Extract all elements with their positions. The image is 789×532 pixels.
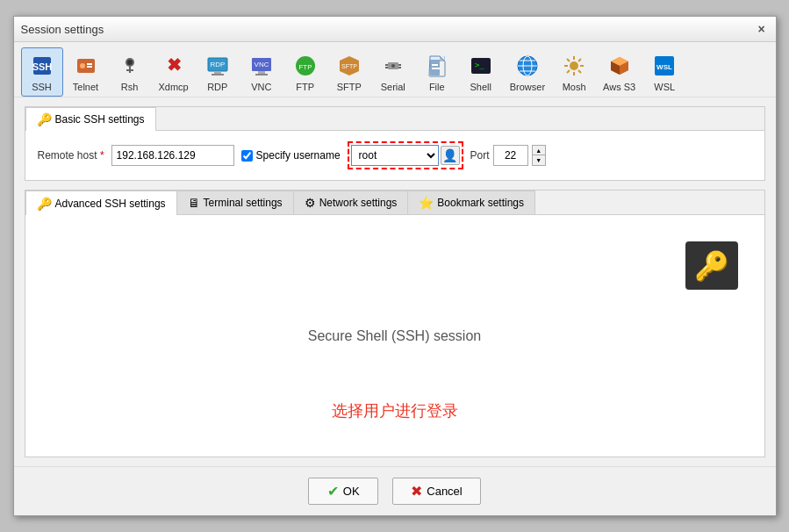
- toolbar-rsh-label: Rsh: [121, 82, 139, 92]
- toolbar: SSH SSH Telnet: [14, 42, 776, 97]
- xdmcp-icon: ✖: [160, 52, 188, 80]
- svg-point-7: [127, 60, 133, 65]
- cancel-label: Cancel: [427, 485, 462, 498]
- toolbar-browser-label: Browser: [510, 82, 545, 92]
- basic-settings-form: Remote host * Specify username root 👤: [25, 131, 764, 180]
- tab-bookmark-settings[interactable]: ⭐ Bookmark settings: [407, 191, 535, 214]
- toolbar-item-shell[interactable]: >_ Shell: [460, 47, 502, 97]
- toolbar-item-file[interactable]: File: [416, 47, 458, 97]
- tab-network-label: Network settings: [319, 197, 398, 209]
- svg-line-50: [578, 70, 581, 73]
- svg-rect-4: [87, 63, 92, 65]
- toolbar-item-awss3[interactable]: Aws S3: [597, 47, 642, 97]
- svg-rect-27: [398, 64, 401, 66]
- svg-text:✖: ✖: [166, 55, 181, 75]
- svg-rect-13: [214, 71, 221, 74]
- specify-username-label[interactable]: Specify username: [241, 149, 341, 162]
- toolbar-item-telnet[interactable]: Telnet: [65, 47, 107, 97]
- toolbar-telnet-label: Telnet: [73, 82, 98, 92]
- svg-text:FTP: FTP: [298, 63, 312, 71]
- ok-button[interactable]: ✔ OK: [308, 478, 378, 505]
- lower-tab-content: Secure Shell (SSH) session 🔑 选择用户进行登录: [25, 215, 764, 457]
- cancel-icon: ✖: [411, 483, 422, 500]
- ssh-icon: SSH: [28, 52, 56, 80]
- port-down-button[interactable]: ▼: [533, 155, 545, 165]
- serial-icon: [379, 52, 407, 80]
- toolbar-item-wsl[interactable]: WSL WSL: [643, 47, 685, 97]
- user-manage-button[interactable]: 👤: [441, 146, 460, 165]
- form-row-host: Remote host * Specify username root 👤: [38, 141, 752, 169]
- tab-advanced-ssh-icon: 🔑: [37, 197, 52, 211]
- session-label: Secure Shell (SSH) session: [308, 328, 481, 344]
- port-up-button[interactable]: ▲: [533, 146, 545, 155]
- svg-point-3: [80, 63, 85, 68]
- toolbar-mosh-label: Mosh: [563, 82, 586, 92]
- basic-settings-section: 🔑 Basic SSH settings Remote host * Speci…: [25, 106, 765, 181]
- mosh-icon: [560, 52, 588, 80]
- toolbar-item-ftp[interactable]: FTP FTP: [284, 47, 326, 97]
- title-bar: Session settings ×: [14, 17, 776, 42]
- port-input[interactable]: [493, 145, 528, 166]
- svg-rect-18: [258, 71, 265, 74]
- tab-bookmark-label: Bookmark settings: [437, 197, 524, 209]
- svg-text:WSL: WSL: [656, 63, 672, 71]
- session-settings-window: Session settings × SSH SSH: [13, 16, 777, 516]
- toolbar-vnc-label: VNC: [251, 82, 271, 92]
- tab-network-icon: ⚙: [305, 196, 316, 210]
- ok-icon: ✔: [327, 483, 339, 500]
- tab-advanced-ssh[interactable]: 🔑 Advanced SSH settings: [25, 191, 177, 215]
- specify-username-checkbox[interactable]: [241, 150, 253, 162]
- tab-terminal-label: Terminal settings: [204, 197, 283, 209]
- port-container: Port ▲ ▼: [470, 145, 546, 166]
- sftp-icon: SFTP: [335, 52, 363, 80]
- tab-advanced-ssh-label: Advanced SSH settings: [55, 198, 166, 210]
- toolbar-item-rsh[interactable]: Rsh: [109, 47, 151, 97]
- svg-text:SFTP: SFTP: [341, 63, 357, 69]
- tab-basic-ssh[interactable]: 🔑 Basic SSH settings: [25, 107, 156, 131]
- svg-line-52: [567, 70, 570, 73]
- toolbar-xdmcp-label: Xdmcp: [159, 82, 189, 92]
- toolbar-item-vnc[interactable]: VNC VNC: [240, 47, 283, 97]
- toolbar-item-mosh[interactable]: Mosh: [553, 47, 595, 97]
- svg-text:>_: >_: [475, 61, 484, 69]
- toolbar-file-label: File: [429, 82, 445, 92]
- svg-rect-5: [87, 66, 92, 68]
- toolbar-item-rdp[interactable]: RDP RDP: [197, 47, 239, 97]
- toolbar-item-serial[interactable]: Serial: [372, 47, 414, 97]
- tab-network-settings[interactable]: ⚙ Network settings: [293, 191, 409, 214]
- tab-basic-ssh-label: Basic SSH settings: [55, 113, 145, 126]
- tab-terminal-icon: 🖥: [188, 196, 200, 210]
- toolbar-serial-label: Serial: [381, 82, 405, 92]
- browser-icon: [513, 52, 542, 80]
- svg-rect-25: [385, 64, 388, 66]
- cancel-button[interactable]: ✖ Cancel: [392, 478, 480, 505]
- svg-line-49: [567, 59, 570, 61]
- username-container: root 👤: [348, 141, 463, 169]
- remote-host-input[interactable]: [111, 145, 234, 166]
- toolbar-shell-label: Shell: [470, 82, 491, 92]
- ok-label: OK: [343, 485, 360, 498]
- toolbar-item-sftp[interactable]: SFTP SFTP: [328, 47, 370, 97]
- awss3-icon: [606, 52, 634, 80]
- shell-icon: >_: [467, 52, 495, 80]
- toolbar-rdp-label: RDP: [207, 82, 227, 92]
- toolbar-sftp-label: SFTP: [337, 82, 362, 92]
- close-button[interactable]: ×: [755, 22, 769, 36]
- toolbar-item-ssh[interactable]: SSH SSH: [21, 47, 63, 97]
- toolbar-ftp-label: FTP: [296, 82, 314, 92]
- rsh-icon: [116, 52, 144, 80]
- svg-rect-33: [432, 64, 438, 66]
- tab-terminal-settings[interactable]: 🖥 Terminal settings: [176, 191, 294, 214]
- tab-bookmark-icon: ⭐: [419, 196, 434, 210]
- toolbar-item-xdmcp[interactable]: ✖ Xdmcp: [153, 47, 195, 97]
- toolbar-ssh-label: SSH: [32, 82, 52, 92]
- svg-point-29: [391, 64, 395, 68]
- toolbar-item-browser[interactable]: Browser: [504, 47, 551, 97]
- svg-line-51: [578, 59, 581, 61]
- ftp-icon: FTP: [291, 52, 319, 80]
- svg-rect-19: [255, 74, 268, 75]
- svg-point-44: [570, 61, 578, 70]
- username-select[interactable]: root: [351, 145, 439, 166]
- tab-basic-ssh-icon: 🔑: [37, 112, 52, 126]
- svg-rect-26: [385, 67, 388, 68]
